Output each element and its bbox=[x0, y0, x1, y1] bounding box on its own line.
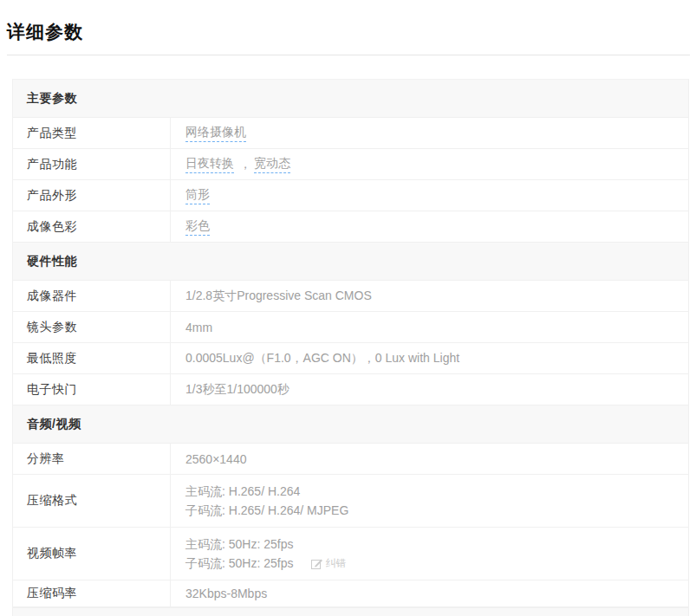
edit-icon bbox=[311, 558, 322, 569]
param-link[interactable]: 日夜转换 bbox=[185, 156, 234, 173]
spec-table: 主要参数 产品类型 网络摄像机 产品功能 日夜转换 ， 宽动态 产品外形 筒形 … bbox=[12, 79, 689, 616]
title-divider bbox=[7, 55, 690, 55]
value-line-1: 主码流: 50Hz: 25fps bbox=[185, 535, 294, 554]
param-label: 产品类型 bbox=[13, 118, 171, 148]
table-row: 最低照度 0.0005Lux@（F1.0，AGC ON），0 Lux with … bbox=[13, 343, 688, 374]
table-row: 分辨率 2560×1440 bbox=[13, 444, 688, 475]
param-link[interactable]: 彩色 bbox=[185, 218, 210, 236]
param-value: 0.0005Lux@（F1.0，AGC ON），0 Lux with Light bbox=[171, 343, 688, 373]
error-correction-link[interactable]: 纠错 bbox=[311, 554, 347, 573]
param-label: 压缩格式 bbox=[13, 475, 171, 527]
param-value: 主码流: H.265/ H.264 子码流: H.265/ H.264/ MJP… bbox=[171, 475, 688, 527]
param-value: 网络摄像机 bbox=[171, 118, 688, 148]
param-value: 筒形 bbox=[171, 180, 688, 211]
link-separator: ， bbox=[239, 157, 251, 172]
section-header-audio-video: 音频/视频 bbox=[13, 405, 688, 444]
param-label: 最低照度 bbox=[13, 343, 171, 373]
param-link[interactable]: 网络摄像机 bbox=[185, 125, 246, 142]
value-line-2: 子码流: H.265/ H.264/ MJPEG bbox=[185, 501, 348, 520]
param-label: 压缩码率 bbox=[13, 580, 171, 606]
param-label: 镜头参数 bbox=[13, 312, 171, 342]
param-label: 分辨率 bbox=[13, 444, 171, 474]
param-label: 电子快门 bbox=[13, 374, 171, 405]
param-value: 1/2.8英寸Progressive Scan CMOS bbox=[171, 281, 688, 311]
next-section-header-partial bbox=[13, 607, 688, 616]
param-value: 2560×1440 bbox=[171, 444, 688, 474]
param-value: 4mm bbox=[171, 312, 688, 342]
param-label: 产品外形 bbox=[13, 180, 171, 211]
table-row: 视频帧率 主码流: 50Hz: 25fps 子码流: 50Hz: 25fps 纠… bbox=[13, 528, 688, 580]
section-header-hardware: 硬件性能 bbox=[13, 243, 688, 281]
table-row: 压缩格式 主码流: H.265/ H.264 子码流: H.265/ H.264… bbox=[13, 475, 688, 528]
param-label: 成像器件 bbox=[13, 281, 171, 311]
table-row: 压缩码率 32Kbps-8Mbps bbox=[13, 580, 688, 607]
param-label: 产品功能 bbox=[13, 149, 171, 179]
param-value: 彩色 bbox=[171, 211, 688, 242]
param-link[interactable]: 筒形 bbox=[185, 187, 210, 204]
param-value: 主码流: 50Hz: 25fps 子码流: 50Hz: 25fps 纠错 bbox=[171, 528, 688, 580]
value-line-1: 主码流: H.265/ H.264 bbox=[185, 482, 300, 501]
param-value: 日夜转换 ， 宽动态 bbox=[171, 149, 688, 179]
param-label: 视频帧率 bbox=[13, 528, 171, 580]
param-label: 成像色彩 bbox=[13, 211, 171, 242]
param-value: 1/3秒至1/100000秒 bbox=[171, 374, 688, 405]
param-link[interactable]: 宽动态 bbox=[254, 156, 290, 173]
table-row: 成像器件 1/2.8英寸Progressive Scan CMOS bbox=[13, 281, 688, 312]
table-row: 产品外形 筒形 bbox=[13, 180, 688, 211]
table-row: 产品类型 网络摄像机 bbox=[13, 118, 688, 149]
table-row: 产品功能 日夜转换 ， 宽动态 bbox=[13, 149, 688, 180]
table-row: 成像色彩 彩色 bbox=[13, 211, 688, 243]
page-title: 详细参数 bbox=[7, 23, 696, 42]
table-row: 电子快门 1/3秒至1/100000秒 bbox=[13, 374, 688, 405]
table-row: 镜头参数 4mm bbox=[13, 312, 688, 343]
param-value: 32Kbps-8Mbps bbox=[171, 580, 688, 606]
section-header-main-params: 主要参数 bbox=[13, 80, 688, 118]
value-line-2: 子码流: 50Hz: 25fps bbox=[185, 554, 294, 573]
